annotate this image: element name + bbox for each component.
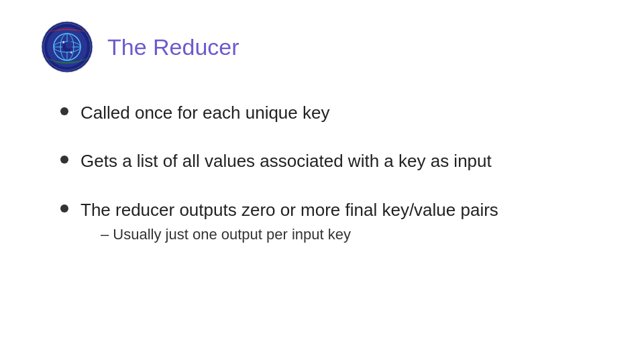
slide-title: The Reducer	[107, 34, 239, 60]
university-logo: ★ ★	[40, 20, 94, 74]
bullet-item-3: The reducer outputs zero or more final k…	[60, 198, 604, 243]
bullet-item-1: Called once for each unique key	[60, 101, 604, 125]
sub-bullet-1: – Usually just one output per input key	[80, 226, 498, 243]
bullet-text-1: Called once for each unique key	[80, 103, 329, 123]
bullet-text-2: Gets a list of all values associated wit…	[80, 151, 492, 171]
svg-text:★: ★	[62, 40, 65, 44]
slide-content: Called once for each unique key Gets a l…	[40, 101, 604, 243]
bullet-item-2: Gets a list of all values associated wit…	[60, 149, 604, 173]
svg-point-8	[66, 42, 73, 49]
bullet-dot-2	[60, 156, 68, 164]
bullet-text-3: The reducer outputs zero or more final k…	[80, 200, 498, 220]
sub-bullet-text-1: – Usually just one output per input key	[101, 226, 351, 243]
bullet-dot-3	[60, 204, 68, 213]
slide: ★ ★ The Reducer Called once for each uni…	[0, 0, 644, 362]
bullet-dot-1	[60, 107, 68, 115]
slide-header: ★ ★ The Reducer	[40, 20, 604, 74]
